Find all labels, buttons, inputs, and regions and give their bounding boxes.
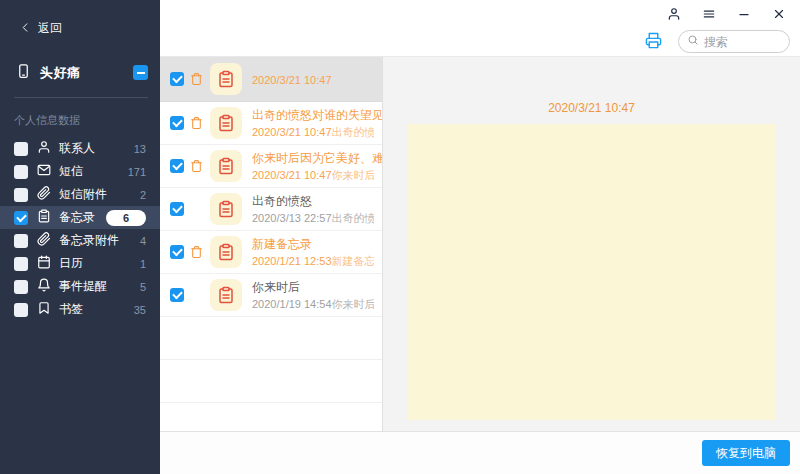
memo-date: 2020/3/21 10:47 <box>252 169 332 181</box>
memo-row[interactable]: 出奇的愤怒对谁的失望见了... 2020/3/21 10:47 出奇的愤怒... <box>160 102 382 145</box>
chevron-left-icon <box>20 22 31 36</box>
contacts-checkbox[interactable] <box>14 142 28 156</box>
sidebar-item-sms-attachments[interactable]: 短信附件 2 <box>0 183 160 206</box>
content: 2020/3/21 10:47 出奇的愤怒对谁的失望见了... 2020/3/2… <box>160 57 800 431</box>
memo-preview: 新建备忘录 <box>332 254 374 269</box>
memo-row[interactable]: 新建备忘录 2020/1/21 12:53 新建备忘录 <box>160 231 382 274</box>
memo-row[interactable]: 你来时后 2020/1/19 14:54 你来时后因... <box>160 274 382 317</box>
main-panel: 2020/3/21 10:47 出奇的愤怒对谁的失望见了... 2020/3/2… <box>160 0 800 474</box>
item-count: 2 <box>140 189 146 201</box>
paperclip-icon <box>28 186 51 203</box>
search-input[interactable] <box>704 35 781 49</box>
app-window: 返回 头好痛 个人信息数据 联系人 13 短信 171 <box>0 0 800 474</box>
preview-pane: 2020/3/21 10:47 <box>383 57 800 431</box>
memo-preview: 你来时后回... <box>332 168 374 183</box>
user-icon[interactable] <box>667 7 681 24</box>
search-box[interactable] <box>678 30 790 53</box>
sidebar-item-memo-attachments[interactable]: 备忘录附件 4 <box>0 229 160 252</box>
memo-title: 你来时后因为它美好、难得... <box>252 151 383 165</box>
memo-date: 2020/3/21 10:47 <box>252 74 332 86</box>
row-checkbox[interactable] <box>170 202 184 216</box>
sms-attachments-checkbox[interactable] <box>14 188 28 202</box>
item-count: 4 <box>140 235 146 247</box>
sidebar-item-label: 备忘录附件 <box>59 232 119 249</box>
trash-icon <box>190 159 204 173</box>
toolbar <box>645 30 790 53</box>
sidebar-item-reminders[interactable]: 事件提醒 5 <box>0 275 160 298</box>
sidebar-item-label: 短信 <box>59 163 83 180</box>
memo-date: 2020/3/21 10:47 <box>252 126 332 138</box>
memo-clipboard-icon <box>210 63 242 95</box>
memo-title: 出奇的愤怒 <box>252 194 312 208</box>
sidebar-item-calendar[interactable]: 日历 1 <box>0 252 160 275</box>
sidebar-item-label: 日历 <box>59 255 83 272</box>
row-checkbox[interactable] <box>170 288 184 302</box>
memo-attachments-checkbox[interactable] <box>14 234 28 248</box>
note-content-box <box>408 124 775 420</box>
minimize-icon[interactable] <box>737 7 751 24</box>
bookmarks-checkbox[interactable] <box>14 303 28 317</box>
reminders-checkbox[interactable] <box>14 280 28 294</box>
sidebar-item-label: 短信附件 <box>59 186 107 203</box>
device-row: 头好痛 <box>16 61 148 84</box>
memo-row[interactable]: 出奇的愤怒 2020/3/13 22:57 出奇的愤怒... <box>160 188 382 231</box>
row-checkbox[interactable] <box>170 72 184 86</box>
memo-clipboard-icon <box>210 236 242 268</box>
sidebar: 返回 头好痛 个人信息数据 联系人 13 短信 171 <box>0 0 160 474</box>
sidebar-item-bookmarks[interactable]: 书签 35 <box>0 298 160 321</box>
item-count: 13 <box>134 143 146 155</box>
memo-clipboard-icon <box>210 279 242 311</box>
device-name: 头好痛 <box>40 64 81 82</box>
message-icon <box>28 163 51 180</box>
memo-clipboard-icon <box>210 150 242 182</box>
sidebar-item-memos[interactable]: 备忘录 6 <box>0 206 160 229</box>
contact-icon <box>28 140 51 157</box>
memos-checkbox[interactable] <box>14 211 28 225</box>
memo-icon <box>28 209 51 226</box>
memo-title: 你来时后 <box>252 280 300 294</box>
back-button[interactable]: 返回 <box>20 20 160 37</box>
sidebar-item-label: 书签 <box>59 301 83 318</box>
printer-icon[interactable] <box>645 32 662 52</box>
memo-title: 出奇的愤怒对谁的失望见了... <box>252 108 383 122</box>
sidebar-item-sms[interactable]: 短信 171 <box>0 160 160 183</box>
item-count: 1 <box>140 258 146 270</box>
sidebar-item-contacts[interactable]: 联系人 13 <box>0 137 160 160</box>
empty-row <box>160 360 382 403</box>
memo-preview: 你来时后因... <box>332 297 374 312</box>
sms-checkbox[interactable] <box>14 165 28 179</box>
trash-icon <box>190 72 204 86</box>
restore-to-pc-button[interactable]: 恢复到电脑 <box>702 440 790 466</box>
row-checkbox[interactable] <box>170 116 184 130</box>
menu-icon[interactable] <box>702 7 716 24</box>
memo-row[interactable]: 2020/3/21 10:47 <box>160 57 382 102</box>
memo-preview: 出奇的愤怒... <box>332 211 374 226</box>
item-count: 171 <box>128 166 146 178</box>
calendar-checkbox[interactable] <box>14 257 28 271</box>
footer-bar: 恢复到电脑 <box>160 431 800 474</box>
search-icon <box>687 34 699 49</box>
sidebar-item-label: 联系人 <box>59 140 95 157</box>
header <box>160 0 800 57</box>
calendar-icon <box>28 255 51 272</box>
device-checkbox[interactable] <box>133 65 148 80</box>
preview-date: 2020/3/21 10:47 <box>383 101 800 115</box>
sidebar-divider <box>14 97 148 98</box>
bookmark-icon <box>28 301 51 318</box>
item-count: 35 <box>134 304 146 316</box>
memo-row[interactable]: 你来时后因为它美好、难得... 2020/3/21 10:47 你来时后回... <box>160 145 382 188</box>
row-checkbox[interactable] <box>170 159 184 173</box>
paperclip-icon <box>28 232 51 249</box>
sidebar-item-label: 备忘录 <box>59 209 95 226</box>
section-label: 个人信息数据 <box>14 113 160 128</box>
memo-date: 2020/1/19 14:54 <box>252 298 332 310</box>
close-icon[interactable] <box>772 7 786 24</box>
sidebar-category-list: 联系人 13 短信 171 短信附件 2 备忘录 6 <box>0 137 160 321</box>
memo-title: 新建备忘录 <box>252 237 312 251</box>
back-label: 返回 <box>38 20 62 37</box>
empty-row <box>160 317 382 360</box>
memo-preview: 出奇的愤怒... <box>332 125 374 140</box>
window-controls <box>667 7 786 24</box>
item-count: 5 <box>140 281 146 293</box>
row-checkbox[interactable] <box>170 245 184 259</box>
